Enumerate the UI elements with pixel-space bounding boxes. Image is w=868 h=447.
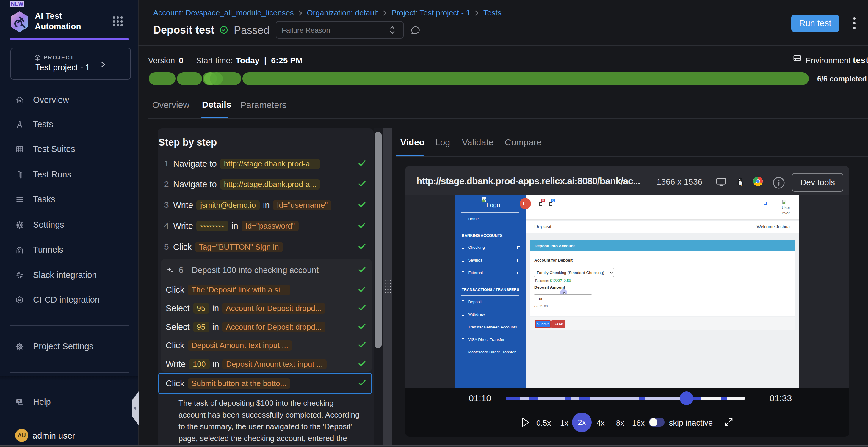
svg-text:?: ?: [18, 400, 20, 403]
